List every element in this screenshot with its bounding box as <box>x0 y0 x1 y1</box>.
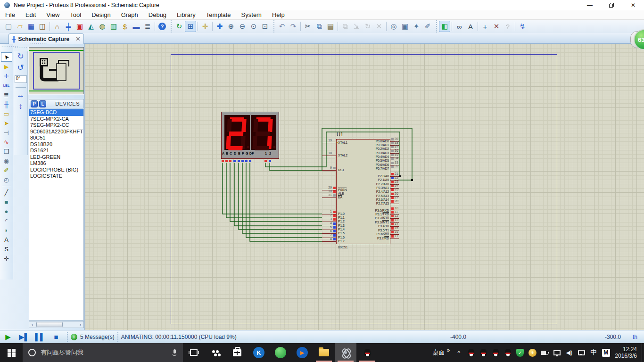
terminal-mode-button[interactable]: ➤ <box>1 118 12 128</box>
menu-help[interactable]: Help <box>267 11 290 19</box>
taskbar-app-k[interactable]: K <box>248 343 270 362</box>
device-item[interactable]: 9C06031A2200FKHFT <box>29 129 83 135</box>
menu-view[interactable]: View <box>41 11 65 19</box>
pick-parts-button[interactable]: ◎ <box>388 21 399 32</box>
2d-symbol-button[interactable]: S <box>1 244 12 254</box>
junction-dot-mode-button[interactable]: ✛ <box>1 71 12 81</box>
tab-close-icon[interactable]: ✕ <box>75 35 81 42</box>
property-assignment-button[interactable]: A <box>465 21 476 32</box>
project-notes-button[interactable]: ≣ <box>142 21 153 32</box>
scrollbar-thumb[interactable] <box>36 322 63 327</box>
zoom-area-button[interactable]: ⊡ <box>259 21 271 32</box>
mirror-vertical-button[interactable]: ↕ <box>18 102 23 113</box>
2d-arc-button[interactable]: ◜ <box>1 216 12 225</box>
tray-gold-coin-icon[interactable]: + <box>526 343 538 362</box>
microphone-icon[interactable] <box>173 349 176 356</box>
2d-line-button[interactable]: ╱ <box>1 188 12 197</box>
rotate-clockwise-button[interactable]: ↻ <box>17 51 24 63</box>
taskbar-app-pinwheel[interactable] <box>205 343 226 362</box>
subcircuit-mode-button[interactable]: ▭ <box>1 109 12 118</box>
device-item[interactable]: LOGICSTATE <box>29 173 83 180</box>
mirror-horizontal-button[interactable]: ↔ <box>17 90 25 102</box>
menu-edit[interactable]: Edit <box>20 11 41 19</box>
tray-qq-penguin-icon[interactable] <box>489 343 502 362</box>
scroll-left-icon[interactable]: ‹ <box>29 321 35 328</box>
menu-design[interactable]: Design <box>86 11 116 19</box>
gerber-viewer-button[interactable]: ◍ <box>97 21 108 32</box>
rotate-anticlockwise-button[interactable]: ↺ <box>17 63 24 74</box>
toolbar-overflow-icon[interactable]: » <box>447 347 450 354</box>
device-item[interactable]: DS18B20 <box>29 141 83 148</box>
tray-qq-penguin-icon[interactable] <box>477 343 489 362</box>
menu-file[interactable]: File <box>0 11 20 19</box>
help-button[interactable]: ? <box>157 21 168 32</box>
taskbar-app-qq[interactable] <box>356 343 378 362</box>
origin-button[interactable]: ✛ <box>199 21 211 32</box>
cortana-search-box[interactable]: 有问题尽管问我 <box>23 343 183 362</box>
bill-of-materials-button[interactable]: $ <box>119 21 131 32</box>
2d-box-button[interactable]: ■ <box>1 197 12 206</box>
text-script-mode-button[interactable]: ≣ <box>1 90 12 99</box>
device-item[interactable]: 80C51 <box>29 135 83 141</box>
voltage-probe-mode-button[interactable]: ✐ <box>1 165 12 175</box>
open-project-button[interactable]: ▱ <box>14 21 25 32</box>
zoom-all-button[interactable]: ⊙ <box>248 21 259 32</box>
make-device-button[interactable]: ▣ <box>399 21 411 32</box>
minimize-button[interactable]: — <box>579 0 601 10</box>
close-project-button[interactable]: ◫ <box>37 21 48 32</box>
taskbar-app-proteus[interactable] <box>335 343 356 362</box>
message-info-icon[interactable]: i <box>71 334 77 340</box>
seven-segment-display[interactable]: ABCDEFGDP12 <box>221 112 279 159</box>
decompose-button[interactable]: ✐ <box>422 21 433 32</box>
message-count[interactable]: 5 Message(s) <box>80 334 115 340</box>
3d-visualizer-button[interactable]: ◭ <box>85 21 97 32</box>
pick-devices-button[interactable]: P <box>31 100 38 107</box>
redo-button[interactable]: ↷ <box>288 21 299 32</box>
restore-button[interactable] <box>601 0 622 10</box>
wire-label-mode-button[interactable]: LBL <box>1 81 12 90</box>
packaging-tool-button[interactable]: ✦ <box>411 21 422 32</box>
schematic-capture-button[interactable]: ╪ <box>63 21 74 32</box>
zoom-in-button[interactable]: ⊕ <box>225 21 237 32</box>
device-item[interactable]: LOGICPROBE (BIG) <box>29 167 83 173</box>
show-desktop-button[interactable] <box>642 343 644 362</box>
close-button[interactable]: ✕ <box>622 0 644 10</box>
menu-system[interactable]: System <box>236 11 267 19</box>
rotation-angle-field[interactable]: 0° <box>15 75 27 83</box>
pcb-layout-button[interactable]: ▣ <box>74 21 85 32</box>
desktop-toolbar-label[interactable]: 桌面 <box>433 348 445 357</box>
taskbar-app-green[interactable] <box>270 343 291 362</box>
2d-marker-button[interactable]: ✛ <box>1 254 12 263</box>
menu-template[interactable]: Template <box>201 11 236 19</box>
grid-toggle-button[interactable]: ⊞ <box>185 21 196 32</box>
device-item[interactable]: DS1621 <box>29 148 83 154</box>
simulation-step-button[interactable]: ▶▌ <box>16 333 32 341</box>
tray-network-icon[interactable] <box>551 343 563 362</box>
selection-mode-button[interactable]: ➤ <box>1 52 12 62</box>
save-project-button[interactable]: ▦ <box>25 21 37 32</box>
tray-qq-penguin-icon[interactable] <box>465 343 477 362</box>
measurement-button[interactable]: ▬ <box>131 21 142 32</box>
menu-graph[interactable]: Graph <box>116 11 143 19</box>
taskbar-app-file-explorer[interactable] <box>313 343 335 362</box>
simulation-stop-button[interactable]: ■ <box>48 333 64 341</box>
undo-button[interactable]: ↶ <box>276 21 288 32</box>
generator-mode-button[interactable]: ◉ <box>1 156 12 165</box>
bus-mode-button[interactable]: ╫ <box>1 99 12 109</box>
device-pin-mode-button[interactable]: ⊣ <box>1 128 12 137</box>
electrical-rule-check-button[interactable]: ↯ <box>517 21 528 32</box>
menu-library[interactable]: Library <box>172 11 201 19</box>
search-and-tag-button[interactable]: ∞ <box>454 21 465 32</box>
menu-debug[interactable]: Debug <box>143 11 172 19</box>
device-item[interactable]: LED-GREEN <box>29 154 83 161</box>
redraw-button[interactable]: ↻ <box>173 21 185 32</box>
active-popup-mode-button[interactable]: ❒ <box>1 147 12 156</box>
device-item[interactable]: 7SEG-MPX2-CA <box>29 116 83 123</box>
cut-button[interactable]: ✂ <box>302 21 314 32</box>
schematic-canvas[interactable]: ABCDEFGDP12 U1 80C51 19XTAL1>18XTAL29RST… <box>85 44 644 330</box>
paste-button[interactable]: ▤ <box>325 21 336 32</box>
tray-m-app-icon[interactable]: M <box>600 343 612 362</box>
simulation-pause-button[interactable]: ▌▌ <box>32 333 48 341</box>
overview-preview[interactable] <box>29 47 84 94</box>
zoom-out-button[interactable]: ⊖ <box>237 21 248 32</box>
